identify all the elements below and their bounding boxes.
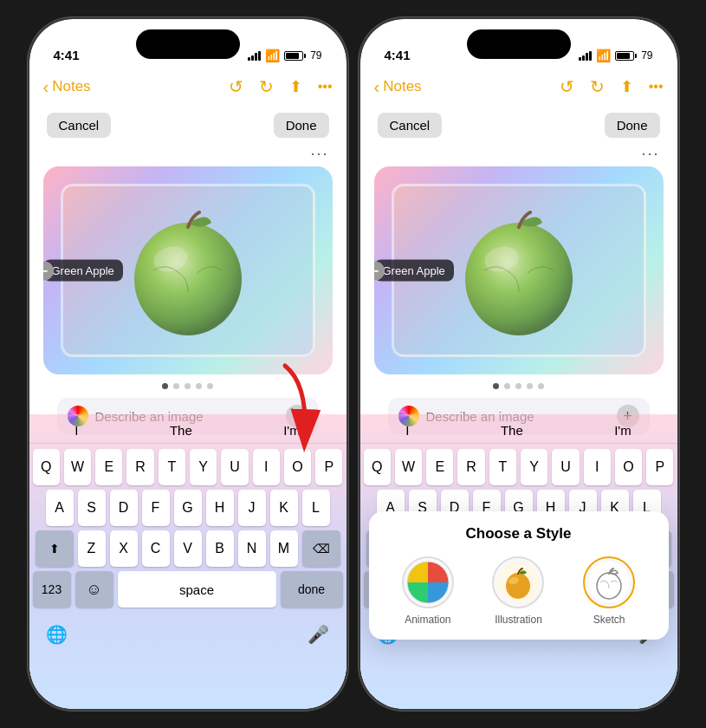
key-q-left[interactable]: Q bbox=[33, 449, 60, 485]
key-j-left[interactable]: J bbox=[238, 490, 266, 526]
image-label-right: Green Apple bbox=[374, 260, 454, 282]
key-shift-left[interactable]: ⬆ bbox=[36, 530, 74, 567]
key-p-right[interactable]: P bbox=[646, 449, 673, 485]
key-e-left[interactable]: E bbox=[95, 449, 122, 485]
suggestion-i-left[interactable]: I bbox=[68, 421, 85, 439]
suggestion-im-right[interactable]: I'm bbox=[607, 421, 638, 439]
back-label-right: Notes bbox=[383, 78, 421, 95]
suggestion-im-left[interactable]: I'm bbox=[276, 421, 308, 439]
nav-bar-left: ‹ Notes ↺ ↻ ⬆ ••• bbox=[29, 68, 347, 106]
redo-icon-right[interactable]: ↻ bbox=[590, 76, 605, 97]
key-g-left[interactable]: G bbox=[174, 490, 202, 526]
battery-pct-right: 79 bbox=[641, 49, 652, 62]
key-p-left[interactable]: P bbox=[315, 449, 342, 485]
globe-icon-left[interactable]: 🌐 bbox=[43, 621, 71, 648]
redo-icon-left[interactable]: ↻ bbox=[259, 76, 274, 97]
phone-left-screen: 4:41 📶 79 ‹ bbox=[29, 19, 347, 709]
key-w-left[interactable]: W bbox=[64, 449, 91, 485]
svg-point-8 bbox=[506, 573, 530, 599]
dot-1-left bbox=[162, 383, 168, 389]
key-s-left[interactable]: S bbox=[78, 490, 106, 526]
more-icon-left[interactable]: ••• bbox=[318, 79, 333, 94]
undo-icon-left[interactable]: ↺ bbox=[229, 76, 243, 97]
key-a-left[interactable]: A bbox=[46, 490, 74, 526]
style-option-animation[interactable]: Animation bbox=[402, 556, 454, 626]
key-z-left[interactable]: Z bbox=[78, 530, 106, 567]
key-space-left[interactable]: space bbox=[118, 571, 276, 608]
key-f-left[interactable]: F bbox=[142, 490, 170, 526]
suggestion-the-right[interactable]: The bbox=[494, 421, 530, 439]
phone-right: 4:41 📶 79 ‹ bbox=[359, 17, 679, 711]
key-i-left[interactable]: I bbox=[253, 449, 280, 485]
mic-icon-left[interactable]: 🎤 bbox=[305, 621, 333, 648]
key-i-right[interactable]: I bbox=[584, 449, 611, 485]
suggestion-the-left[interactable]: The bbox=[163, 421, 199, 439]
status-time-right: 4:41 bbox=[385, 48, 411, 62]
style-options: Animation Illustration bbox=[383, 556, 655, 626]
key-row-3-left: ⬆ Z X C V B N M ⌫ bbox=[33, 530, 343, 567]
key-k-left[interactable]: K bbox=[270, 490, 298, 526]
key-o-left[interactable]: O bbox=[284, 449, 311, 485]
key-r-right[interactable]: R bbox=[457, 449, 484, 485]
key-t-left[interactable]: T bbox=[159, 449, 185, 485]
svg-point-10 bbox=[588, 562, 630, 603]
gallery-area-right: ··· bbox=[374, 145, 664, 434]
more-dots-left[interactable]: ··· bbox=[43, 145, 333, 166]
key-num-left[interactable]: 123 bbox=[33, 571, 71, 608]
edit-bar-left: Cancel Done bbox=[29, 106, 347, 145]
status-time-left: 4:41 bbox=[54, 48, 80, 62]
key-m-left[interactable]: M bbox=[270, 530, 298, 567]
key-e-right[interactable]: E bbox=[426, 449, 453, 485]
more-dots-right[interactable]: ··· bbox=[374, 145, 664, 166]
style-option-illustration[interactable]: Illustration bbox=[492, 556, 544, 626]
key-b-left[interactable]: B bbox=[206, 530, 234, 567]
key-t-right[interactable]: T bbox=[489, 449, 516, 485]
key-x-left[interactable]: X bbox=[110, 530, 138, 567]
suggestions-bar-left: I The I'm bbox=[29, 414, 347, 444]
nav-back-left[interactable]: ‹ Notes bbox=[43, 78, 91, 95]
key-q-right[interactable]: Q bbox=[364, 449, 391, 485]
dot-2-left bbox=[173, 383, 179, 389]
pagination-dots-right bbox=[374, 383, 664, 389]
phone-right-screen: 4:41 📶 79 ‹ bbox=[360, 19, 677, 709]
key-d-left[interactable]: D bbox=[110, 490, 138, 526]
dot-4-left bbox=[196, 383, 202, 389]
key-del-left[interactable]: ⌫ bbox=[302, 530, 340, 567]
share-icon-left[interactable]: ⬆ bbox=[289, 77, 302, 96]
key-l-left[interactable]: L bbox=[302, 490, 330, 526]
dynamic-island-left bbox=[136, 29, 240, 59]
key-y-left[interactable]: Y bbox=[190, 449, 217, 485]
image-container-left: Green Apple − bbox=[43, 166, 333, 374]
key-h-left[interactable]: H bbox=[206, 490, 234, 526]
dot-2-right bbox=[504, 383, 510, 389]
key-c-left[interactable]: C bbox=[142, 530, 170, 567]
key-done-left[interactable]: done bbox=[281, 571, 343, 608]
key-n-left[interactable]: N bbox=[238, 530, 266, 567]
animation-label: Animation bbox=[405, 614, 450, 626]
cancel-button-right[interactable]: Cancel bbox=[378, 113, 443, 138]
done-button-left[interactable]: Done bbox=[274, 113, 329, 138]
key-emoji-left[interactable]: ☺ bbox=[75, 571, 113, 608]
key-w-right[interactable]: W bbox=[395, 449, 422, 485]
undo-icon-right[interactable]: ↺ bbox=[560, 76, 574, 97]
cancel-button-left[interactable]: Cancel bbox=[47, 113, 112, 138]
key-row-2-left: A S D F G H J K L bbox=[33, 490, 343, 526]
more-icon-right[interactable]: ••• bbox=[649, 79, 664, 94]
done-button-right[interactable]: Done bbox=[605, 113, 660, 138]
suggestion-i-right[interactable]: I bbox=[398, 421, 416, 439]
share-icon-right[interactable]: ⬆ bbox=[620, 77, 633, 96]
content-area-left: Cancel Done ··· bbox=[29, 106, 347, 709]
key-v-left[interactable]: V bbox=[174, 530, 202, 567]
key-y-right[interactable]: Y bbox=[521, 449, 547, 485]
style-popup: Choose a Style bbox=[369, 511, 669, 640]
key-r-left[interactable]: R bbox=[126, 449, 153, 485]
image-label-left: Green Apple bbox=[43, 260, 123, 282]
key-o-right[interactable]: O bbox=[615, 449, 642, 485]
style-option-sketch[interactable]: Sketch bbox=[583, 556, 635, 626]
key-u-left[interactable]: U bbox=[221, 449, 248, 485]
key-row-4-left: 123 ☺ space done bbox=[33, 571, 343, 608]
status-icons-left: 📶 79 bbox=[248, 49, 321, 62]
key-u-right[interactable]: U bbox=[552, 449, 579, 485]
nav-back-right[interactable]: ‹ Notes bbox=[374, 78, 422, 95]
back-chevron-right: ‹ bbox=[374, 78, 380, 95]
